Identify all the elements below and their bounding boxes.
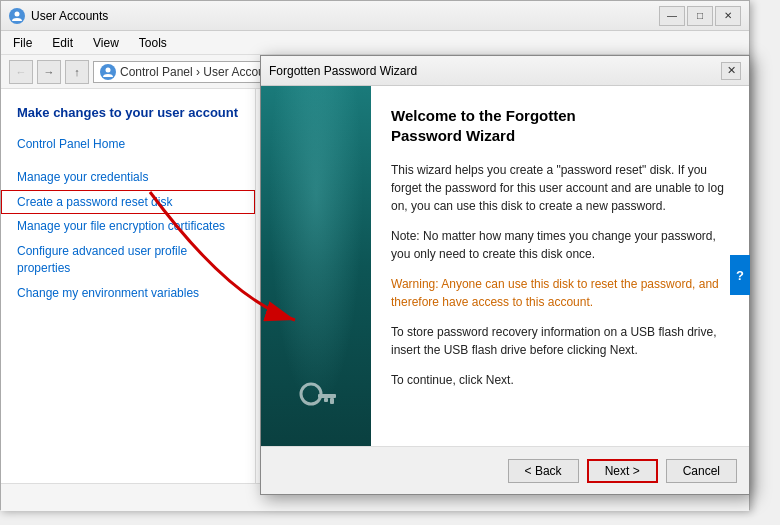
menu-tools[interactable]: Tools [135,34,171,52]
dialog-para-2: Note: No matter how many times you chang… [391,227,729,263]
dialog-close-button[interactable]: ✕ [721,62,741,80]
maximize-button[interactable]: □ [687,6,713,26]
sidebar-item-control-panel-home[interactable]: Control Panel Home [1,132,255,157]
menu-edit[interactable]: Edit [48,34,77,52]
sidebar-item-manage-credentials[interactable]: Manage your credentials [1,165,255,190]
up-button[interactable]: ↑ [65,60,89,84]
sidebar: Make changes to your user account Contro… [1,89,256,483]
minimize-button[interactable]: — [659,6,685,26]
dialog-para-5: To continue, click Next. [391,371,729,389]
menu-view[interactable]: View [89,34,123,52]
dialog-heading: Welcome to the ForgottenPassword Wizard [391,106,729,145]
sidebar-item-environment-vars[interactable]: Change my environment variables [1,281,255,306]
dialog-title: Forgotten Password Wizard [269,64,417,78]
dialog-para-1: This wizard helps you create a "password… [391,161,729,215]
window-title: User Accounts [31,9,108,23]
svg-rect-4 [330,398,334,404]
menu-file[interactable]: File [9,34,36,52]
svg-point-1 [106,67,111,72]
address-icon [100,64,116,80]
help-button[interactable]: ? [730,255,750,295]
window-icon [9,8,25,24]
address-text: Control Panel › User Accounts [120,65,281,79]
forward-button[interactable]: → [37,60,61,84]
svg-rect-3 [318,394,336,398]
dialog-para-4: To store password recovery information o… [391,323,729,359]
cancel-button[interactable]: Cancel [666,459,737,483]
dialog-body: Welcome to the ForgottenPassword Wizard … [261,86,749,446]
dialog-title-bar: Forgotten Password Wizard ✕ [261,56,749,86]
next-button[interactable]: Next > [587,459,658,483]
menu-bar: File Edit View Tools [1,31,749,55]
window-controls: — □ ✕ [659,6,741,26]
sidebar-item-create-password-disk[interactable]: Create a password reset disk [1,190,255,215]
close-button[interactable]: ✕ [715,6,741,26]
sidebar-item-advanced-profile[interactable]: Configure advanced user profile properti… [1,239,255,281]
sidebar-item-file-encryption[interactable]: Manage your file encryption certificates [1,214,255,239]
svg-point-0 [15,11,20,16]
dialog-footer: < Back Next > Cancel [261,446,749,494]
svg-rect-5 [324,398,328,402]
dialog-right-panel: Welcome to the ForgottenPassword Wizard … [371,86,749,446]
sidebar-section-title: Make changes to your user account [1,101,255,124]
dialog-para-3: Warning: Anyone can use this disk to res… [391,275,729,311]
back-button[interactable]: ← [9,60,33,84]
title-bar: User Accounts — □ ✕ [1,1,749,31]
dialog-left-panel [261,86,371,446]
back-button[interactable]: < Back [508,459,579,483]
forgotten-password-dialog: Forgotten Password Wizard ✕ Welcome to t… [260,55,750,495]
svg-point-2 [301,384,321,404]
